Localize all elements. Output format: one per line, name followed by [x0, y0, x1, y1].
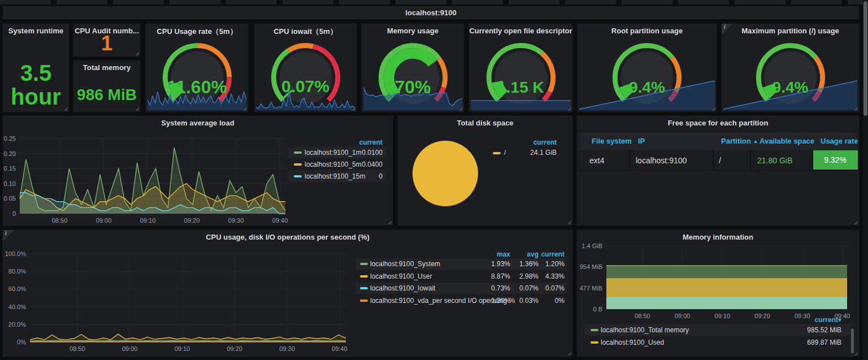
panel-title[interactable]: Memory information	[577, 233, 859, 241]
info-icon[interactable]: i	[722, 24, 733, 35]
resize-handle[interactable]	[64, 107, 68, 111]
panel-system-runtime: System runtime 3.5 hour	[3, 24, 69, 112]
series-area	[606, 297, 847, 309]
panel-title[interactable]: System average load	[3, 119, 393, 127]
legend-series-label[interactable]: /	[504, 149, 506, 157]
col-header-file-system[interactable]: File system	[592, 137, 632, 145]
dashboard-root: localhost:9100 System runtime 3.5 hour C…	[0, 0, 868, 360]
svg-text:477 MiB: 477 MiB	[580, 285, 602, 292]
panel-title[interactable]: Memory usage	[362, 27, 464, 35]
cell-file-system: ext4	[589, 156, 604, 165]
scrollbar-thumb[interactable]	[863, 1, 867, 116]
panel-title[interactable]: Total memory	[73, 63, 140, 72]
svg-text:0.25: 0.25	[4, 135, 16, 142]
svg-text:09:00: 09:00	[96, 217, 112, 224]
svg-text:100.0%: 100.0%	[5, 250, 27, 257]
resize-handle[interactable]	[388, 220, 392, 224]
column-divider	[812, 150, 813, 171]
row-title: localhost:9100	[405, 8, 456, 17]
gauge-value: 70%	[362, 77, 464, 98]
svg-text:0.20: 0.20	[4, 150, 16, 157]
resize-handle[interactable]	[135, 51, 139, 55]
resize-handle[interactable]	[135, 107, 139, 111]
column-divider	[713, 150, 714, 171]
panel-title[interactable]: Root partition usage	[578, 27, 717, 35]
gauge-value: 0.07%	[254, 77, 357, 96]
panel-title[interactable]: Total disk space	[398, 119, 572, 127]
panel-title[interactable]: Free space for each partition	[577, 119, 859, 127]
column-divider	[750, 150, 751, 171]
resize-handle[interactable]	[711, 107, 715, 111]
svg-text:08:50: 08:50	[52, 217, 68, 224]
cell-partition: /	[719, 156, 721, 165]
row-divider	[579, 170, 857, 171]
resize-handle[interactable]	[243, 107, 247, 111]
col-header-available-space[interactable]: Available space	[760, 137, 814, 145]
svg-text:09:00: 09:00	[122, 345, 138, 352]
resize-handle[interactable]	[854, 352, 858, 355]
resize-handle[interactable]	[567, 352, 571, 355]
column-divider	[629, 150, 630, 171]
svg-text:0.05: 0.05	[4, 195, 16, 202]
panel-title[interactable]: System runtime	[3, 27, 69, 35]
panel-cpu-usage-chart: i CPU usage, disk I/O operations per sec…	[3, 230, 572, 357]
legend-current-value: 24.1 GiB	[517, 149, 557, 157]
memory-chart-canvas[interactable]: 0 B477 MiB954 MiB1.4 GiB08:5009:0009:100…	[577, 230, 859, 357]
panel-title[interactable]: CPU iowait（5m）	[254, 27, 357, 37]
gauge-value: 1.15 K	[469, 79, 572, 97]
svg-text:09:10: 09:10	[175, 345, 190, 352]
col-header-ip[interactable]: IP	[638, 137, 645, 145]
total-memory-value: 986 MiB	[73, 85, 140, 105]
panel-memory-information: Memory information 0 B477 MiB954 MiB1.4 …	[577, 230, 859, 357]
resize-handle[interactable]	[567, 107, 571, 111]
resize-handle[interactable]	[567, 220, 571, 224]
svg-text:80.0%: 80.0%	[8, 268, 26, 275]
svg-text:40.0%: 40.0%	[8, 303, 26, 310]
svg-text:09:10: 09:10	[715, 313, 731, 319]
resize-handle[interactable]	[459, 107, 463, 111]
cell-ip: localhost:9100	[636, 156, 687, 165]
svg-text:09:30: 09:30	[228, 217, 244, 224]
gauge-value: 11.60%	[146, 77, 248, 98]
panel-title[interactable]: Maximum partition (/) usage	[722, 27, 859, 35]
page-scrollbar	[863, 0, 868, 360]
legend-header-current: current	[517, 138, 557, 146]
panel-title[interactable]: Currently open file descriptor	[469, 27, 572, 35]
resize-handle[interactable]	[854, 107, 858, 111]
resize-handle[interactable]	[351, 107, 355, 111]
gauge-value: 9.4%	[722, 79, 859, 97]
svg-text:09:20: 09:20	[184, 217, 200, 224]
pie-slice	[413, 141, 478, 206]
svg-text:0 B: 0 B	[593, 306, 602, 313]
row-title-bar[interactable]: localhost:9100	[3, 6, 859, 19]
svg-text:09:30: 09:30	[795, 313, 810, 319]
svg-text:09:10: 09:10	[140, 217, 156, 224]
svg-text:09:30: 09:30	[279, 345, 295, 352]
panel-title[interactable]: CPU Audit numb...	[73, 27, 140, 35]
load-chart-canvas[interactable]: 00.050.100.150.200.2508:5009:0009:1009:2…	[3, 116, 393, 225]
panel-max-partition-gauge: i Maximum partition (/) usage 9.4%	[722, 24, 859, 112]
svg-text:20.0%: 20.0%	[8, 321, 26, 328]
svg-text:0%: 0%	[17, 339, 26, 345]
panel-title[interactable]: CPU usage, disk I/O operations per secon…	[3, 233, 572, 241]
svg-text:0.15: 0.15	[4, 165, 16, 172]
disk-pie-canvas[interactable]	[398, 116, 572, 225]
panel-free-space-table: Free space for each partition File syste…	[577, 116, 859, 225]
gauge-value: 9.4%	[578, 79, 717, 97]
top-panel-strip	[0, 0, 868, 5]
panel-title[interactable]: CPU Usage rate（5m）	[146, 27, 248, 37]
info-icon[interactable]: i	[3, 230, 14, 241]
svg-text:09:20: 09:20	[754, 313, 770, 319]
svg-text:08:50: 08:50	[635, 313, 650, 319]
col-header-partition[interactable]: Partition▲	[721, 137, 758, 145]
svg-text:0: 0	[12, 210, 16, 217]
panel-total-disk-space: Total disk space current/24.1 GiB	[398, 116, 572, 225]
legend-series-swatch	[493, 152, 501, 154]
col-header-usage-rate[interactable]: Usage rate	[821, 137, 858, 145]
panel-memory-usage-gauge: Memory usage 70%	[362, 24, 464, 112]
cpu-chart-canvas[interactable]: 0%20.0%40.0%60.0%80.0%100.0%08:5009:0009…	[3, 230, 572, 357]
cell-available-space: 21.80 GiB	[757, 156, 792, 165]
resize-handle[interactable]	[854, 220, 858, 224]
panel-cpu-usage-gauge: CPU Usage rate（5m） 11.60%	[146, 24, 248, 112]
svg-text:1.4 GiB: 1.4 GiB	[581, 242, 602, 249]
